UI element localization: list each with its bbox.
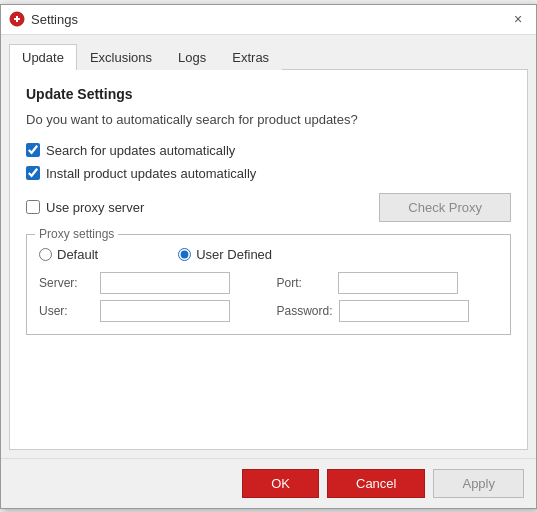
tab-update[interactable]: Update (9, 44, 77, 70)
title-bar-left: Settings (9, 11, 78, 27)
install-updates-row: Install product updates automatically (26, 166, 511, 181)
close-button[interactable]: × (508, 9, 528, 29)
radio-user-defined[interactable] (178, 248, 191, 261)
proxy-radio-group: Default User Defined (39, 247, 498, 262)
install-updates-checkbox[interactable] (26, 166, 40, 180)
server-input[interactable] (100, 272, 230, 294)
user-label: User: (39, 304, 94, 318)
update-description: Do you want to automatically search for … (26, 112, 511, 127)
install-updates-label[interactable]: Install product updates automatically (46, 166, 256, 181)
radio-user-defined-row: User Defined (178, 247, 272, 262)
settings-window: Settings × Update Exclusions Logs Extras… (0, 4, 537, 509)
use-proxy-checkbox[interactable] (26, 200, 40, 214)
svg-rect-2 (16, 16, 18, 22)
password-input[interactable] (339, 300, 469, 322)
section-title: Update Settings (26, 86, 511, 102)
server-field-row: Server: (39, 272, 261, 294)
title-bar: Settings × (1, 5, 536, 35)
password-label: Password: (277, 304, 333, 318)
check-proxy-button[interactable]: Check Proxy (379, 193, 511, 222)
app-icon (9, 11, 25, 27)
user-field-row: User: (39, 300, 261, 322)
radio-default-row: Default (39, 247, 98, 262)
tab-exclusions[interactable]: Exclusions (77, 44, 165, 70)
proxy-fields: Server: Port: User: Password: (39, 272, 498, 322)
user-input[interactable] (100, 300, 230, 322)
apply-button[interactable]: Apply (433, 469, 524, 498)
search-updates-label[interactable]: Search for updates automatically (46, 143, 235, 158)
port-input[interactable] (338, 272, 458, 294)
search-updates-checkbox[interactable] (26, 143, 40, 157)
tab-extras[interactable]: Extras (219, 44, 282, 70)
tab-bar: Update Exclusions Logs Extras (9, 43, 528, 70)
tab-content-update: Update Settings Do you want to automatic… (9, 70, 528, 450)
use-proxy-label[interactable]: Use proxy server (46, 200, 144, 215)
radio-default-label[interactable]: Default (57, 247, 98, 262)
ok-button[interactable]: OK (242, 469, 319, 498)
tab-logs[interactable]: Logs (165, 44, 219, 70)
radio-user-defined-label[interactable]: User Defined (196, 247, 272, 262)
radio-default[interactable] (39, 248, 52, 261)
password-field-row: Password: (277, 300, 499, 322)
window-body: Update Exclusions Logs Extras Update Set… (1, 35, 536, 458)
proxy-checkbox-row: Use proxy server (26, 200, 144, 215)
cancel-button[interactable]: Cancel (327, 469, 425, 498)
server-label: Server: (39, 276, 94, 290)
proxy-settings-group: Proxy settings Default User Defined Serv… (26, 234, 511, 335)
port-field-row: Port: (277, 272, 499, 294)
proxy-group-legend: Proxy settings (35, 227, 118, 241)
bottom-bar: OK Cancel Apply (1, 458, 536, 508)
search-updates-row: Search for updates automatically (26, 143, 511, 158)
window-title: Settings (31, 12, 78, 27)
port-label: Port: (277, 276, 332, 290)
